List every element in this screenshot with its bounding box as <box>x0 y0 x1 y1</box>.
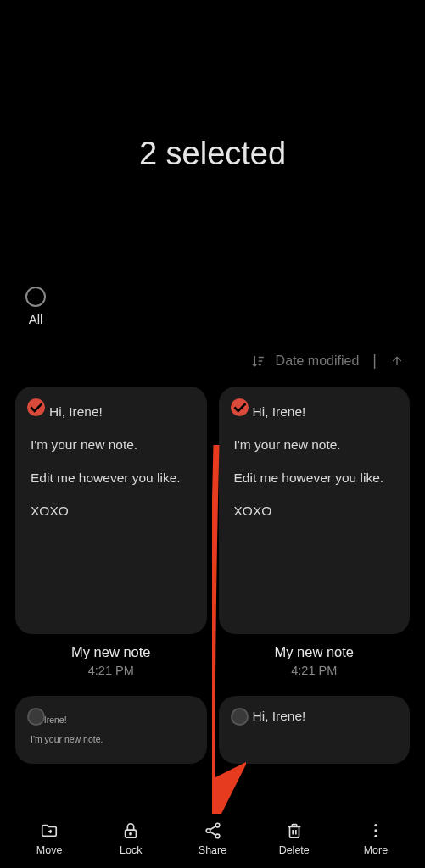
sort-icon[interactable] <box>250 353 266 369</box>
note-greeting: Hi, Irene! <box>31 713 192 727</box>
notes-grid: Hi, Irene! I'm your new note. Edit me ho… <box>0 370 425 677</box>
folder-move-icon <box>40 821 59 840</box>
nav-label: Move <box>36 844 63 856</box>
select-all-toggle[interactable]: All <box>25 287 46 326</box>
svg-point-5 <box>374 823 377 826</box>
lock-icon <box>121 821 140 840</box>
note-card[interactable]: Hi, Irene! I'm your new note. Edit me ho… <box>219 387 411 634</box>
nav-label: Delete <box>279 844 310 856</box>
note-time: 4:21 PM <box>15 664 207 677</box>
bottom-nav: Move Lock Share Delete More <box>0 809 425 868</box>
selection-count-title: 2 selected <box>0 136 425 172</box>
svg-point-3 <box>206 828 210 832</box>
nav-more[interactable]: More <box>335 821 417 856</box>
nav-lock[interactable]: Lock <box>90 821 171 856</box>
selected-indicator-icon <box>27 398 45 416</box>
sort-label[interactable]: Date modified <box>276 353 360 369</box>
svg-point-7 <box>374 834 377 837</box>
select-all-radio-icon <box>25 287 46 307</box>
svg-point-1 <box>130 832 131 834</box>
note-title: My new note <box>219 644 411 660</box>
note-card[interactable]: Hi, Irene! I'm your new note. Edit me ho… <box>15 387 207 634</box>
sort-row: Date modified | <box>0 352 425 370</box>
note-time: 4:21 PM <box>219 664 411 677</box>
notes-grid-lower: Hi, Irene! I'm your new note. Hi, Irene! <box>0 677 425 764</box>
nav-label: Lock <box>120 844 142 856</box>
note-card[interactable]: Hi, Irene! I'm your new note. <box>15 696 207 764</box>
selected-indicator-icon <box>231 398 249 416</box>
arrow-up-icon[interactable] <box>390 354 404 368</box>
unselected-indicator-icon <box>27 708 45 726</box>
note-title: My new note <box>15 644 207 660</box>
nav-move[interactable]: Move <box>8 821 90 856</box>
share-icon <box>204 821 222 840</box>
nav-share[interactable]: Share <box>171 821 253 856</box>
svg-point-4 <box>215 834 220 838</box>
note-greeting: Hi, Irene! <box>49 403 192 421</box>
note-line: Edit me however you like. <box>234 470 395 487</box>
note-line: I'm your new note. <box>234 437 395 454</box>
trash-icon <box>285 821 304 840</box>
svg-point-2 <box>215 823 220 827</box>
more-vertical-icon <box>366 821 385 840</box>
nav-delete[interactable]: Delete <box>254 821 335 856</box>
unselected-indicator-icon <box>231 708 249 726</box>
note-preview: Hi, Irene! I'm your new note. <box>31 713 192 747</box>
note-line: Edit me however you like. <box>31 470 192 487</box>
note-card[interactable]: Hi, Irene! <box>219 696 411 764</box>
note-meta: My new note 4:21 PM <box>15 644 207 677</box>
note-line: XOXO <box>234 503 395 520</box>
note-line: XOXO <box>31 503 192 520</box>
nav-label: More <box>364 844 388 856</box>
note-line: I'm your new note. <box>31 732 192 747</box>
nav-label: Share <box>199 844 226 856</box>
note-greeting: Hi, Irene! <box>253 403 395 421</box>
svg-point-6 <box>374 829 377 832</box>
sort-divider: | <box>372 352 377 370</box>
note-preview: Hi, Irene! <box>253 708 395 726</box>
note-preview: Hi, Irene! I'm your new note. Edit me ho… <box>234 403 395 520</box>
note-meta: My new note 4:21 PM <box>219 644 411 677</box>
note-line: I'm your new note. <box>31 437 192 454</box>
note-preview: Hi, Irene! I'm your new note. Edit me ho… <box>31 403 192 520</box>
select-all-label: All <box>29 312 43 326</box>
selection-header: 2 selected <box>0 0 425 172</box>
note-greeting: Hi, Irene! <box>253 708 395 726</box>
